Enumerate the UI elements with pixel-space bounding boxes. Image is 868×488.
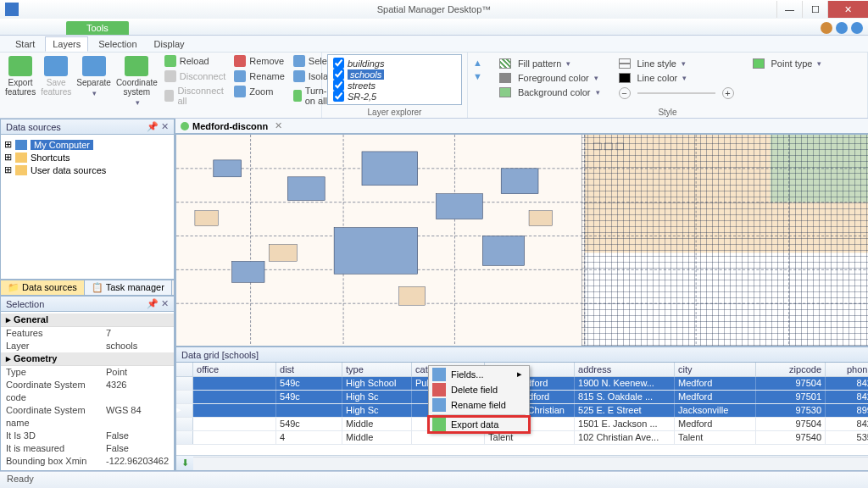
col-office[interactable]: office: [193, 363, 276, 376]
layer-explorer-label: Layer explorer: [327, 107, 462, 118]
selection-properties[interactable]: ▸ GeneralFeatures7Layerschools▸ Geometry…: [0, 312, 175, 471]
svg-rect-12: [195, 211, 218, 226]
tab-display[interactable]: Display: [147, 37, 192, 51]
prop-row: Coordinate System nameWGS 84: [1, 404, 174, 430]
app-icon: [5, 3, 19, 16]
grid-scroll-h[interactable]: [193, 457, 868, 470]
minimize-button[interactable]: —: [776, 1, 802, 18]
prop-group[interactable]: ▸ Geometry: [1, 352, 174, 366]
svg-rect-15: [529, 211, 552, 226]
maximize-button[interactable]: ☐: [802, 1, 827, 18]
tab-layers[interactable]: Layers: [45, 36, 88, 52]
map-document-tab[interactable]: Medford-disconn✕: [175, 119, 868, 134]
prop-row: Bounding box Xmin-122.96203462: [1, 455, 174, 468]
disconnect-button[interactable]: Disconnect: [163, 69, 227, 83]
col-dist[interactable]: dist: [276, 363, 342, 376]
disconnect-all-button[interactable]: Disconnect all: [163, 85, 227, 107]
layer-check-streets[interactable]: [333, 80, 344, 91]
line-style-button[interactable]: Line style▾: [617, 58, 736, 69]
tab-start[interactable]: Start: [8, 37, 42, 51]
map-canvas[interactable]: dense grid right side: [175, 134, 868, 347]
svg-rect-4: [214, 160, 242, 177]
close-button[interactable]: ✕: [827, 1, 868, 18]
computer-icon: [15, 140, 27, 150]
col-address[interactable]: address: [575, 363, 675, 376]
col-city[interactable]: city: [675, 363, 756, 376]
dense-parcels: [581, 135, 868, 346]
move-up-button[interactable]: ▲: [473, 58, 482, 68]
svg-rect-13: [270, 244, 298, 261]
tab-data-sources[interactable]: 📁 Data sources: [1, 280, 85, 295]
coordinate-system-button[interactable]: Coordinate system▾: [116, 54, 158, 107]
pin-icon[interactable]: 📌 ✕: [147, 121, 169, 132]
fill-pattern-button[interactable]: Fill pattern▾: [498, 58, 602, 69]
prop-row: Features7: [1, 327, 174, 340]
tree-user-data-sources[interactable]: User data sources: [31, 165, 106, 175]
folder-icon: [15, 165, 27, 175]
data-grid-header: Data grid [schools]📌 ✕: [175, 347, 868, 363]
window-title: Spatial Manager Desktop™: [377, 4, 492, 14]
point-type-button[interactable]: Point type▾: [751, 58, 824, 69]
ctx-export-data[interactable]: Export data: [429, 417, 529, 432]
foreground-color-button[interactable]: Foreground color▾: [498, 72, 602, 84]
ctx-rename-field[interactable]: Rename field: [429, 397, 529, 413]
save-features-button[interactable]: Save features: [41, 54, 71, 97]
prop-row: It Is 3DFalse: [1, 430, 174, 442]
status-bar: Ready: [0, 471, 868, 488]
svg-rect-9: [232, 261, 264, 282]
help-icons: [821, 22, 863, 34]
pin-icon[interactable]: 📌 ✕: [147, 298, 169, 309]
ctx-delete-field[interactable]: Delete field: [429, 382, 529, 397]
prop-row: Coordinate System code4326: [1, 379, 174, 404]
delete-icon: [432, 383, 446, 396]
list-icon: [432, 368, 446, 381]
layer-list[interactable]: buildings schools streets SR-2,5: [327, 54, 462, 105]
rename-button[interactable]: Rename: [232, 69, 287, 83]
prop-row: TypePoint: [1, 366, 174, 379]
svg-rect-11: [482, 236, 524, 266]
svg-rect-10: [501, 169, 538, 194]
export-icon: [432, 418, 446, 431]
contextual-tab-tools[interactable]: Tools: [66, 21, 129, 35]
export-features-button[interactable]: Export features: [5, 54, 36, 97]
col-phone[interactable]: phone_num: [826, 363, 868, 376]
line-color-button[interactable]: Line color▾: [617, 72, 736, 84]
table-row[interactable]: 4 Middle Talent 102 Christian Ave... Tal…: [176, 431, 868, 445]
ctx-fields[interactable]: Fields...▸: [429, 366, 529, 382]
data-sources-tree[interactable]: ⊞My Computer ⊞Shortcuts ⊞User data sourc…: [0, 135, 175, 280]
reload-button[interactable]: Reload: [163, 54, 227, 68]
layer-check-schools[interactable]: [333, 69, 344, 80]
tab-selection[interactable]: Selection: [92, 37, 143, 51]
prop-group[interactable]: ▸ General: [1, 313, 174, 327]
col-type[interactable]: type: [342, 363, 412, 376]
tree-shortcuts[interactable]: Shortcuts: [31, 152, 70, 163]
background-color-button[interactable]: Background color▾: [498, 86, 602, 98]
line-weight-slider[interactable]: −+: [617, 86, 736, 100]
zoom-button[interactable]: Zoom: [232, 85, 287, 98]
layer-check-sr25[interactable]: [333, 91, 344, 102]
layer-check-buildings[interactable]: [333, 58, 344, 69]
settings-icon[interactable]: [821, 22, 832, 34]
col-zipcode[interactable]: zipcode: [756, 363, 826, 376]
info-icon[interactable]: [851, 22, 863, 34]
help-icon[interactable]: [836, 22, 848, 34]
prop-row: It is measuredFalse: [1, 442, 174, 455]
remove-button[interactable]: Remove: [232, 54, 287, 68]
rename-icon: [432, 398, 446, 412]
svg-rect-5: [287, 177, 325, 201]
grid-export-icon[interactable]: ⬇: [181, 458, 189, 469]
svg-rect-14: [399, 286, 426, 305]
separate-button[interactable]: Separate▾: [76, 54, 111, 97]
tab-task-manager[interactable]: 📋 Task manager: [85, 280, 172, 295]
folder-icon: [15, 152, 27, 163]
connection-icon: [181, 122, 189, 130]
svg-rect-6: [362, 152, 418, 186]
style-label: Style: [473, 107, 862, 118]
svg-rect-8: [334, 228, 418, 274]
prop-row: Layerschools: [1, 340, 174, 352]
tree-my-computer[interactable]: My Computer: [31, 140, 93, 150]
prop-row: Bounding box Ymin42.97241438: [1, 468, 174, 471]
svg-rect-7: [437, 194, 483, 219]
move-down-button[interactable]: ▼: [473, 71, 482, 81]
data-sources-header: Data sources📌 ✕: [0, 119, 175, 135]
